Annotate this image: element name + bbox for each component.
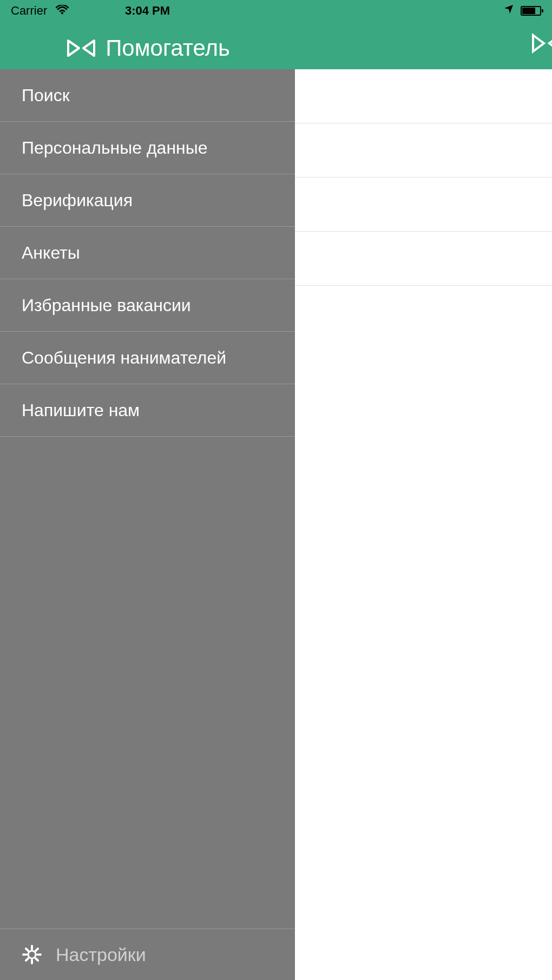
svg-point-12: [61, 12, 63, 14]
menu-item-label: Поиск: [22, 85, 70, 106]
menu-item-favorite-vacancies[interactable]: Избранные вакансии: [0, 279, 295, 332]
menu-item-employer-messages[interactable]: Сообщения нанимателей: [0, 332, 295, 384]
menu-item-contact-us[interactable]: Напишите нам: [0, 384, 295, 437]
menu-item-label: Сообщения нанимателей: [22, 348, 226, 368]
sidebar-drawer: Carrier 3:04 PM Помогатель Поиск Персона…: [0, 0, 295, 980]
svg-point-13: [28, 951, 36, 958]
menu-item-forms[interactable]: Анкеты: [0, 227, 295, 279]
wifi-icon: [56, 4, 69, 18]
logo-partial-icon: [530, 32, 552, 60]
menu-item-personal-data[interactable]: Персональные данные: [0, 122, 295, 174]
status-bar-left: Carrier 3:04 PM: [0, 0, 295, 22]
carrier-label: Carrier: [11, 4, 47, 18]
gear-icon: [22, 944, 42, 965]
menu-item-label: Персональные данные: [22, 138, 208, 158]
menu-item-label: Напишите нам: [22, 400, 140, 420]
time-label: 3:04 PM: [125, 4, 170, 18]
settings-label: Настройки: [56, 944, 146, 965]
sidebar-header: Carrier 3:04 PM Помогатель: [0, 0, 295, 69]
menu-item-label: Избранные вакансии: [22, 295, 191, 315]
sidebar-menu: Поиск Персональные данные Верификация Ан…: [0, 69, 295, 929]
menu-item-verification[interactable]: Верификация: [0, 174, 295, 227]
menu-item-search[interactable]: Поиск: [0, 69, 295, 122]
location-icon: [503, 4, 514, 18]
app-title: Помогатель: [106, 35, 230, 61]
app-logo: Помогатель: [65, 35, 230, 61]
bowtie-icon: [65, 37, 97, 59]
menu-item-label: Верификация: [22, 190, 133, 211]
menu-item-label: Анкеты: [22, 243, 80, 263]
battery-icon: [521, 6, 541, 16]
menu-item-settings[interactable]: Настройки: [0, 929, 295, 980]
